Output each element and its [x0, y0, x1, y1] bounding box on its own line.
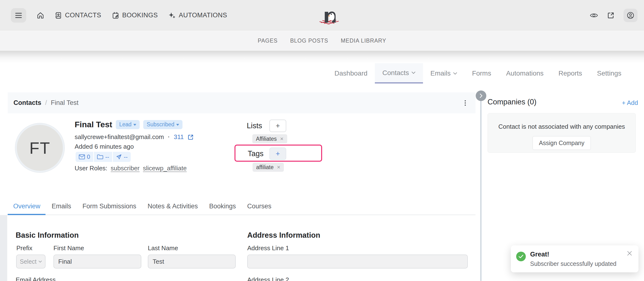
- lists-label: Lists: [247, 121, 262, 130]
- user-circle-icon: [627, 11, 634, 19]
- prefix-label: Prefix: [16, 245, 32, 252]
- companies-title: Companies (0): [488, 98, 536, 106]
- send-icon: [116, 154, 122, 160]
- breadcrumb-separator: /: [45, 99, 47, 107]
- topbar-item-label: CONTACTS: [65, 11, 101, 19]
- subscription-badge-dropdown[interactable]: Subscribed: [143, 120, 182, 129]
- address-line1-label: Address Line 1: [247, 245, 289, 252]
- secondary-nav-blog-posts[interactable]: BLOG POSTS: [290, 37, 328, 44]
- last-name-label: Last Name: [148, 245, 178, 252]
- address-line2-label: Address Line 2: [247, 276, 289, 281]
- breadcrumb-current: Final Test: [51, 99, 78, 107]
- toast-close-icon[interactable]: [627, 251, 632, 256]
- stat-emails[interactable]: 0: [76, 152, 93, 162]
- chevron-down-icon: [453, 72, 457, 75]
- wp-admin-bar: PAGES BLOG POSTS MEDIA LIBRARY: [0, 31, 644, 51]
- toast-title: Great!: [530, 251, 550, 258]
- panel-divider: [480, 96, 482, 281]
- topbar-item-label: BOOKINGS: [122, 11, 158, 19]
- app-window: CONTACTS BOOKINGS AUTOMATIONS n: [0, 0, 644, 281]
- first-name-label: First Name: [54, 245, 84, 252]
- basic-information-title: Basic Information: [16, 231, 79, 240]
- folder-icon: [97, 154, 103, 160]
- chevron-down-icon: [412, 71, 416, 74]
- home-button[interactable]: [37, 12, 44, 19]
- contact-subtabs: Overview Emails Form Submissions Notes &…: [13, 203, 271, 214]
- list-chip-affiliates: Affiliates ×: [252, 134, 287, 143]
- top-toolbar: CONTACTS BOOKINGS AUTOMATIONS n: [0, 0, 644, 30]
- secondary-nav-media-library[interactable]: MEDIA LIBRARY: [341, 37, 386, 44]
- topbar-item-bookings[interactable]: BOOKINGS: [112, 11, 158, 19]
- open-external-button[interactable]: [607, 12, 614, 19]
- status-badge-dropdown[interactable]: Lead: [116, 120, 140, 129]
- secondary-nav-pages[interactable]: PAGES: [258, 37, 278, 44]
- breadcrumb: Contacts / Final Test: [8, 99, 78, 107]
- stat-folder[interactable]: --: [94, 152, 112, 162]
- contact-name: Final Test: [75, 120, 112, 129]
- last-name-input[interactable]: [148, 255, 236, 269]
- prefix-select[interactable]: Select: [16, 255, 46, 269]
- home-icon: [37, 12, 44, 19]
- success-check-icon: [516, 252, 526, 261]
- role-link-slicewp-affiliate[interactable]: slicewp_affiliate: [143, 165, 187, 172]
- crm-main-nav: Dashboard Contacts Emails Forms Automati…: [327, 63, 629, 83]
- subtab-overview[interactable]: Overview: [13, 203, 40, 214]
- preview-button[interactable]: [590, 12, 598, 18]
- nav-tab-settings[interactable]: Settings: [590, 63, 629, 83]
- contact-avatar: FT: [15, 123, 64, 173]
- user-roles-label: User Roles:: [75, 165, 107, 172]
- nav-tab-dashboard[interactable]: Dashboard: [327, 63, 375, 83]
- topbar-item-automations[interactable]: AUTOMATIONS: [168, 11, 227, 19]
- calendar-icon: [112, 12, 119, 19]
- subtab-emails[interactable]: Emails: [52, 203, 71, 214]
- nav-tab-automations[interactable]: Automations: [498, 63, 551, 83]
- subtabs-divider: [7, 215, 476, 215]
- companies-empty-card: Contact is not associated with any compa…: [488, 113, 636, 153]
- collapse-panel-button[interactable]: [476, 90, 486, 101]
- subtab-bookings[interactable]: Bookings: [209, 203, 236, 214]
- external-link-icon[interactable]: [188, 134, 194, 140]
- add-company-link[interactable]: + Add: [622, 99, 638, 107]
- tags-label: Tags: [248, 149, 264, 158]
- eye-icon: [590, 12, 598, 18]
- assign-company-button[interactable]: Assign Company: [532, 136, 591, 150]
- add-tag-button[interactable]: +: [270, 147, 286, 160]
- first-name-input[interactable]: [54, 255, 141, 269]
- breadcrumb-contacts-link[interactable]: Contacts: [14, 99, 42, 107]
- topbar-item-contacts[interactable]: CONTACTS: [55, 11, 101, 19]
- account-button[interactable]: [624, 9, 638, 22]
- remove-tag-icon[interactable]: ×: [277, 164, 280, 170]
- add-list-button[interactable]: +: [270, 120, 286, 132]
- subtab-notes-activities[interactable]: Notes & Activities: [148, 203, 198, 214]
- nav-tab-contacts[interactable]: Contacts: [375, 63, 423, 83]
- contact-more-menu-icon[interactable]: [462, 97, 469, 108]
- nav-tab-forms[interactable]: Forms: [465, 63, 498, 83]
- nav-tab-reports[interactable]: Reports: [551, 63, 590, 83]
- chevron-right-icon: [480, 93, 483, 98]
- subtab-form-submissions[interactable]: Form Submissions: [82, 203, 136, 214]
- site-logo-bird-icon[interactable]: n: [318, 4, 340, 26]
- toast-message: Subscriber successfully updated: [530, 260, 616, 267]
- address-information-title: Address Information: [247, 231, 320, 240]
- left-gutter: [0, 215, 7, 281]
- contact-id-link[interactable]: 311: [174, 133, 184, 141]
- address-line1-input[interactable]: [247, 255, 468, 269]
- success-toast: Great! Subscriber successfully updated: [511, 245, 638, 272]
- email-address-label: Email Address: [16, 276, 56, 281]
- contact-added-time: Added 6 minutes ago: [75, 143, 134, 150]
- stat-sends[interactable]: --: [113, 152, 131, 162]
- subtab-courses[interactable]: Courses: [247, 203, 272, 214]
- toolbar-shadow: [0, 51, 644, 63]
- role-link-subscriber[interactable]: subscriber: [111, 165, 140, 172]
- menu-button[interactable]: [11, 8, 26, 23]
- caret-down-icon: [133, 124, 136, 126]
- contacts-icon: [55, 12, 62, 19]
- nav-tab-emails[interactable]: Emails: [423, 63, 465, 83]
- breadcrumb-bar: Contacts / Final Test: [8, 92, 476, 113]
- chevron-down-icon: [38, 261, 42, 263]
- external-link-icon: [607, 12, 614, 19]
- active-subtab-underline: [8, 214, 46, 215]
- caret-down-icon: [176, 124, 179, 126]
- topbar-item-label: AUTOMATIONS: [179, 11, 227, 19]
- remove-list-icon[interactable]: ×: [280, 136, 284, 142]
